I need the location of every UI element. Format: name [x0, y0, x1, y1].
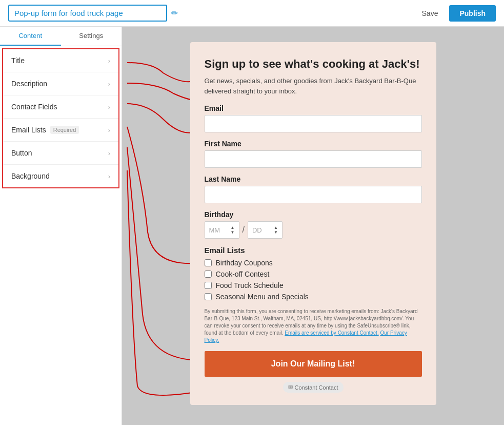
- spinner-down[interactable]: ▼: [231, 230, 235, 235]
- preview-area: Sign up to see what's cooking at Jack's!…: [122, 27, 504, 425]
- checkbox-food-truck-label: Food Truck Schedule: [216, 281, 284, 289]
- chevron-icon: ›: [108, 57, 110, 65]
- email-field-group: Email: [205, 104, 422, 132]
- email-lists-label: Email Lists: [205, 246, 422, 255]
- tab-settings[interactable]: Settings: [61, 27, 122, 46]
- chevron-icon: ›: [108, 149, 110, 157]
- sidebar-item-description[interactable]: Description ›: [3, 72, 118, 95]
- form-card-description: Get news, specials, and other goodies fr…: [205, 76, 422, 96]
- sidebar-item-contact-fields-label: Contact Fields: [11, 103, 57, 111]
- birthday-mm-spinner[interactable]: ▲ ▼: [231, 226, 235, 235]
- last-name-label: Last Name: [205, 175, 422, 183]
- tab-content[interactable]: Content: [0, 27, 61, 46]
- checkbox-birthday-coupons-input[interactable]: [205, 259, 212, 266]
- checkbox-food-truck-input[interactable]: [205, 282, 212, 289]
- cc-badge: ✉ Constant Contact: [205, 382, 422, 393]
- sidebar-item-title-label: Title: [11, 56, 25, 65]
- top-bar: ✏ Save Publish: [0, 0, 504, 27]
- main-layout: Content Settings Title › Description › C…: [0, 27, 504, 425]
- chevron-icon: ›: [108, 103, 110, 111]
- form-title-input[interactable]: [8, 5, 167, 22]
- birthday-dd-input[interactable]: DD ▲ ▼: [248, 221, 283, 239]
- sidebar-menu: Title › Description › Contact Fields › E…: [2, 48, 119, 188]
- legal-link-1[interactable]: Emails are serviced by Constant Contact.: [285, 330, 378, 336]
- checkbox-birthday-coupons-label: Birthday Coupons: [216, 259, 273, 267]
- sidebar-item-background-label: Background: [11, 172, 50, 180]
- checkbox-cookoff-label: Cook-off Contest: [216, 270, 270, 278]
- chevron-icon: ›: [108, 126, 110, 134]
- spinner-up[interactable]: ▲: [274, 226, 278, 230]
- email-input[interactable]: [205, 115, 422, 132]
- form-card-title: Sign up to see what's cooking at Jack's!: [205, 57, 422, 71]
- form-card: Sign up to see what's cooking at Jack's!…: [190, 42, 436, 405]
- email-label: Email: [205, 104, 422, 112]
- required-badge: Required: [50, 126, 79, 134]
- cc-badge-text: Constant Contact: [295, 384, 338, 391]
- email-lists-section: Email Lists Birthday Coupons Cook-off Co…: [205, 246, 422, 301]
- birthday-dd-text: DD: [252, 226, 262, 234]
- checkbox-birthday-coupons[interactable]: Birthday Coupons: [205, 259, 422, 267]
- spinner-down[interactable]: ▼: [274, 230, 278, 235]
- checkbox-seasonal-input[interactable]: [205, 293, 212, 300]
- last-name-field-group: Last Name: [205, 175, 422, 203]
- edit-icon[interactable]: ✏: [171, 8, 178, 18]
- spinner-up[interactable]: ▲: [231, 226, 235, 230]
- first-name-label: First Name: [205, 140, 422, 148]
- birthday-mm-input[interactable]: MM ▲ ▼: [205, 221, 239, 239]
- checkbox-food-truck[interactable]: Food Truck Schedule: [205, 281, 422, 289]
- birthday-label: Birthday: [205, 210, 422, 219]
- sidebar-item-button[interactable]: Button ›: [3, 142, 118, 165]
- save-button[interactable]: Save: [416, 6, 445, 21]
- last-name-input[interactable]: [205, 186, 422, 203]
- checkbox-list: Birthday Coupons Cook-off Contest Food T…: [205, 259, 422, 301]
- first-name-field-group: First Name: [205, 140, 422, 168]
- checkbox-cookoff[interactable]: Cook-off Contest: [205, 270, 422, 278]
- sidebar-item-background[interactable]: Background ›: [3, 165, 118, 187]
- first-name-input[interactable]: [205, 150, 422, 168]
- cc-badge-inner: ✉ Constant Contact: [283, 382, 344, 393]
- checkbox-seasonal-label: Seasonal Menu and Specials: [216, 293, 309, 301]
- sidebar-item-button-label: Button: [11, 149, 32, 157]
- top-bar-right: Save Publish: [416, 5, 496, 22]
- sidebar-item-email-lists-label: Email Lists Required: [11, 126, 79, 134]
- birthday-field-group: Birthday MM ▲ ▼ / DD ▲ ▼: [205, 210, 422, 239]
- checkbox-seasonal[interactable]: Seasonal Menu and Specials: [205, 293, 422, 301]
- birthday-mm-text: MM: [209, 226, 220, 234]
- birthday-separator: /: [243, 225, 245, 235]
- cc-icon: ✉: [288, 384, 293, 391]
- sidebar-item-contact-fields[interactable]: Contact Fields ›: [3, 95, 118, 119]
- publish-button[interactable]: Publish: [449, 5, 496, 22]
- sidebar-item-description-label: Description: [11, 80, 47, 88]
- chevron-icon: ›: [108, 80, 110, 88]
- sidebar-item-title[interactable]: Title ›: [3, 49, 118, 72]
- legal-text: By submitting this form, you are consent…: [205, 308, 422, 344]
- chevron-icon: ›: [108, 172, 110, 180]
- sidebar-item-email-lists[interactable]: Email Lists Required ›: [3, 119, 118, 142]
- submit-button[interactable]: Join Our Mailing List!: [205, 351, 422, 377]
- top-bar-left: ✏: [8, 5, 178, 22]
- sidebar: Content Settings Title › Description › C…: [0, 27, 122, 425]
- birthday-row: MM ▲ ▼ / DD ▲ ▼: [205, 221, 422, 239]
- checkbox-cookoff-input[interactable]: [205, 271, 212, 278]
- sidebar-tabs: Content Settings: [0, 27, 122, 46]
- birthday-dd-spinner[interactable]: ▲ ▼: [274, 226, 278, 235]
